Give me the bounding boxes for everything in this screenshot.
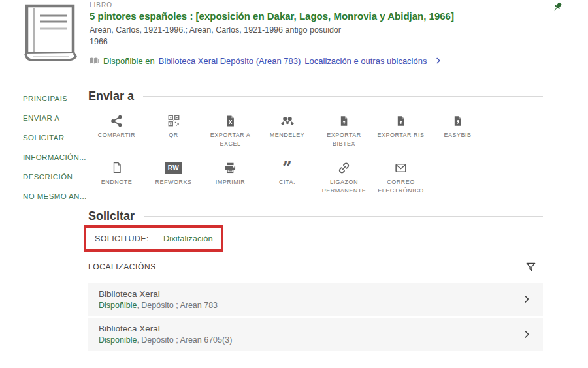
- availability-location-link[interactable]: Biblioteca Xeral Depósito (Arean 783): [159, 56, 301, 66]
- send-to-action-button[interactable]: ” CITA:: [259, 159, 316, 196]
- filter-funnel-icon: [525, 261, 537, 273]
- highlight-box: SOLICITUDE: Dixitalización: [84, 225, 223, 252]
- record-page: LIBRO 5 pintores españoles : [exposición…: [0, 0, 588, 368]
- send-to-action-button[interactable]: QR: [145, 112, 202, 149]
- location-status: Dispoñible: [99, 301, 137, 310]
- record-header: LIBRO 5 pintores españoles : [exposición…: [90, 1, 521, 66]
- availability-line: Dispoñible en Biblioteca Xeral Depósito …: [90, 56, 521, 66]
- action-label: COMPARTIR: [98, 131, 136, 140]
- file-export-icon: [395, 112, 406, 129]
- mendeley-icon: [280, 112, 295, 129]
- sidebar-item[interactable]: INFORMACIÓN...: [23, 147, 88, 167]
- send-to-action-button[interactable]: MENDELEY: [259, 112, 316, 149]
- record-authors: Areán, Carlos, 1921-1996.; Areán, Carlos…: [90, 25, 521, 35]
- action-label: EXPORTAR BIBTEX: [318, 131, 371, 148]
- location-subline: Dispoñible, Depósito ; Arean 6705(3): [99, 335, 232, 345]
- availability-more-link[interactable]: Localización e outras ubicacións: [304, 56, 427, 66]
- location-row[interactable]: Biblioteca Xeral Dispoñible, Depósito ; …: [88, 316, 543, 351]
- send-to-action-button[interactable]: ENDNOTE: [88, 159, 145, 196]
- send-to-action-button[interactable]: EXPORTAR RIS: [372, 112, 429, 149]
- send-to-action-button[interactable]: RW REFWORKS: [145, 159, 202, 196]
- sidebar-item[interactable]: ENVIAR A: [23, 108, 88, 128]
- action-label: REFWORKS: [155, 178, 191, 187]
- sidebar-item[interactable]: NO MESMO AN...: [23, 187, 88, 206]
- send-to-action-button[interactable]: EXPORTAR A EXCEL: [202, 112, 259, 149]
- filter-button[interactable]: [523, 260, 538, 274]
- request-heading: Solicitar: [88, 209, 135, 223]
- digitization-request-link[interactable]: Dixitalización: [163, 234, 213, 243]
- file-export-icon: [338, 112, 350, 129]
- send-to-action-button[interactable]: EXPORTAR BIBTEX: [316, 112, 372, 149]
- send-to-actions: COMPARTIR QR EXPORTAR A EXCEL MENDELEY: [88, 112, 543, 196]
- location-info: Biblioteca Xeral Dispoñible, Depósito ; …: [99, 324, 232, 345]
- section-divider: [143, 96, 543, 97]
- action-label: MENDELEY: [270, 131, 305, 140]
- chevron-right-icon: [524, 330, 530, 339]
- locations-header: LOCALIZACIÓNS: [88, 260, 543, 274]
- chevron-right-icon: [524, 294, 530, 304]
- sidebar-item[interactable]: DESCRICIÓN: [23, 167, 88, 187]
- request-type-label: SOLICITUDE:: [95, 234, 149, 243]
- quote-icon: ”: [282, 159, 292, 176]
- mail-icon: [394, 159, 408, 176]
- action-label: CORREO ELECTRÓNICO: [374, 178, 428, 195]
- location-row[interactable]: Biblioteca Xeral Dispoñible, Depósito ; …: [88, 283, 543, 316]
- pin-button[interactable]: [551, 1, 566, 17]
- sidebar-item[interactable]: PRINCIPAIS: [23, 89, 88, 108]
- file-quote-icon: [452, 112, 463, 129]
- location-details: , Depósito ; Arean 6705(3): [137, 335, 232, 345]
- record-year: 1966: [90, 37, 521, 46]
- send-to-action-button[interactable]: EASYBIB: [429, 112, 486, 149]
- location-library: Biblioteca Xeral: [99, 289, 218, 299]
- pushpin-icon: [551, 5, 564, 16]
- locations-list: Biblioteca Xeral Dispoñible, Depósito ; …: [88, 283, 543, 351]
- location-details: , Depósito ; Arean 783: [137, 301, 218, 310]
- action-label: ENDNOTE: [101, 178, 133, 187]
- action-label: EASYBIB: [444, 131, 471, 140]
- section-divider: [144, 216, 543, 217]
- link-icon: [337, 159, 351, 176]
- material-type-label: LIBRO: [90, 1, 521, 8]
- send-to-action-button[interactable]: LIGAZÓN PERMANENTE: [316, 159, 372, 196]
- document-icon: [111, 159, 123, 176]
- book-thumbnail: [20, 3, 80, 64]
- qr-icon: [167, 112, 181, 129]
- location-subline: Dispoñible, Depósito ; Arean 783: [99, 301, 218, 310]
- divider: [88, 253, 543, 253]
- send-to-action-button[interactable]: CORREO ELECTRÓNICO: [372, 159, 429, 196]
- action-label: IMPRIMIR: [216, 178, 246, 187]
- record-nav-sidebar: PRINCIPAIS ENVIAR A SOLICITAR INFORMACIÓ…: [23, 89, 88, 206]
- record-content: Enviar a COMPARTIR QR EXPORTAR A EXCEL: [88, 89, 543, 351]
- request-section-header: Solicitar: [88, 209, 543, 223]
- excel-file-icon: [224, 112, 237, 129]
- availability-status: Dispoñible en: [103, 56, 155, 66]
- action-label: CITA:: [279, 178, 295, 187]
- locations-heading: LOCALIZACIÓNS: [88, 262, 156, 271]
- share-icon: [110, 112, 123, 129]
- action-label: EXPORTAR RIS: [377, 131, 424, 140]
- location-info: Biblioteca Xeral Dispoñible, Depósito ; …: [99, 289, 218, 310]
- book-small-icon: [90, 57, 99, 65]
- send-to-action-button[interactable]: COMPARTIR: [88, 112, 145, 149]
- refworks-badge-icon: RW: [165, 159, 182, 176]
- action-label: QR: [169, 131, 178, 140]
- chevron-right-icon[interactable]: [436, 57, 441, 65]
- action-label: EXPORTAR A EXCEL: [204, 131, 257, 148]
- printer-icon: [223, 159, 237, 176]
- location-library: Biblioteca Xeral: [99, 324, 232, 333]
- send-to-section-header: Enviar a: [88, 89, 543, 103]
- send-to-heading: Enviar a: [88, 89, 134, 103]
- action-label: LIGAZÓN PERMANENTE: [318, 178, 371, 195]
- record-title: 5 pintores españoles : [exposición en Da…: [90, 10, 521, 23]
- send-to-action-button[interactable]: IMPRIMIR: [202, 159, 259, 196]
- sidebar-item[interactable]: SOLICITAR: [23, 128, 88, 147]
- location-status: Dispoñible: [99, 335, 137, 345]
